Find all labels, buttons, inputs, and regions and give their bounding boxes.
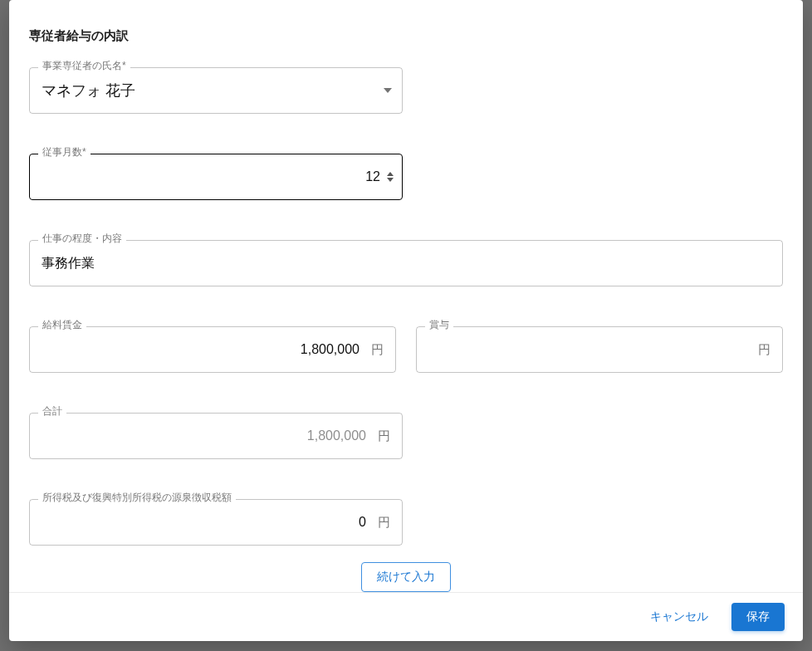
months-field[interactable]: 従事月数*	[29, 154, 403, 200]
cancel-button[interactable]: キャンセル	[642, 603, 717, 631]
work-content-label: 仕事の程度・内容	[38, 233, 126, 243]
salary-field[interactable]: 給料賃金 円	[29, 326, 396, 373]
bonus-unit: 円	[758, 342, 782, 358]
employee-name-label: 事業専従者の氏名*	[38, 61, 130, 71]
dialog-body: 専従者給与の内訳 事業専従者の氏名* マネフォ 花子 従事月数*	[9, 0, 803, 592]
withholding-tax-unit: 円	[378, 515, 402, 531]
bonus-input[interactable]	[417, 329, 758, 370]
dialog-title: 専従者給与の内訳	[29, 28, 783, 44]
save-button[interactable]: 保存	[731, 603, 785, 631]
salary-input[interactable]	[30, 329, 371, 370]
months-spinner	[387, 172, 394, 182]
employee-name-select[interactable]: 事業専従者の氏名* マネフォ 花子	[29, 67, 403, 114]
employee-name-value: マネフォ 花子	[42, 81, 384, 100]
withholding-tax-field[interactable]: 所得税及び復興特別所得税の源泉徴収税額 円	[29, 499, 403, 546]
continue-button[interactable]: 続けて入力	[361, 562, 451, 592]
total-field: 合計 円	[29, 413, 403, 459]
withholding-tax-label: 所得税及び復興特別所得税の源泉徴収税額	[38, 492, 236, 502]
family-employee-salary-dialog: 専従者給与の内訳 事業専従者の氏名* マネフォ 花子 従事月数*	[9, 0, 803, 641]
salary-unit: 円	[371, 342, 395, 358]
withholding-tax-input[interactable]	[30, 502, 378, 543]
total-label: 合計	[38, 406, 66, 416]
total-unit: 円	[378, 428, 402, 444]
work-content-field[interactable]: 仕事の程度・内容	[29, 240, 783, 286]
months-input[interactable]	[30, 156, 387, 198]
spinner-up-icon[interactable]	[387, 172, 394, 176]
months-label: 従事月数*	[38, 147, 90, 157]
bonus-field[interactable]: 賞与 円	[416, 326, 783, 373]
total-value	[30, 415, 378, 457]
salary-label: 給料賃金	[38, 320, 86, 330]
dialog-footer: キャンセル 保存	[9, 592, 803, 641]
spinner-down-icon[interactable]	[387, 178, 394, 182]
bonus-label: 賞与	[425, 320, 453, 330]
dropdown-icon	[384, 88, 392, 93]
work-content-input[interactable]	[30, 242, 782, 284]
